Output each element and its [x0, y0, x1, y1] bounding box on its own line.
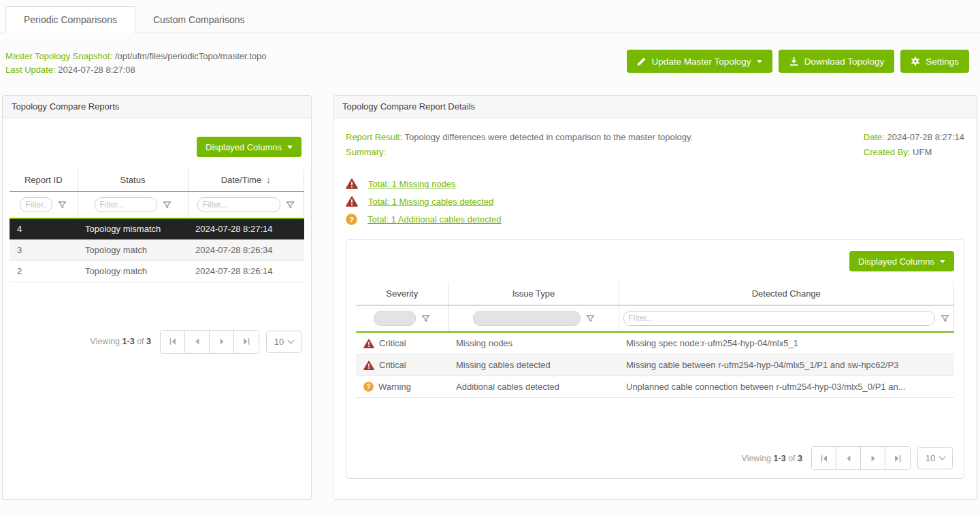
- severity-value: Critical: [379, 360, 406, 370]
- displayed-columns-label: Displayed Columns: [206, 142, 282, 152]
- next-page-button[interactable]: [210, 331, 234, 353]
- first-page-icon: [820, 454, 828, 463]
- detected-change-value: Unplanned cable connection between r-ufm…: [619, 376, 954, 398]
- update-master-topology-label: Update Master Topology: [652, 56, 751, 67]
- details-displayed-columns-button[interactable]: Displayed Columns: [849, 251, 954, 271]
- reports-pagination: Viewing 1-3 of 3 10: [10, 330, 304, 354]
- filter-funnel-icon[interactable]: [421, 314, 430, 323]
- report-status-cell: Topology mismatch: [78, 218, 188, 239]
- filter-funnel-icon[interactable]: [586, 314, 595, 323]
- download-topology-label: Download Topology: [804, 56, 885, 67]
- report-date-cell: 2024-07-28 8:27:14: [188, 218, 304, 239]
- details-pagination: Viewing 1-3 of 3 10: [356, 446, 954, 470]
- issue-type-value: Missing cables detected: [448, 354, 619, 376]
- top-bar: Master Topology Snapshot: /opt/ufm/files…: [0, 33, 980, 77]
- column-header-detected-change[interactable]: Detected Change: [619, 282, 954, 305]
- filter-funnel-icon[interactable]: [163, 201, 172, 210]
- summary-link[interactable]: Total: 1 Missing nodes: [368, 179, 456, 189]
- main-content: Topology Compare Reports Displayed Colum…: [2, 95, 977, 500]
- summary-link[interactable]: Total: 1 Additional cables detected: [368, 214, 502, 224]
- last-page-button[interactable]: [885, 447, 910, 469]
- summary-item-missing-cables: Total: 1 Missing cables detected: [346, 196, 964, 207]
- chevron-down-icon: [939, 454, 946, 461]
- tab-bar: Periodic Comparisons Custom Comparisons: [0, 7, 980, 33]
- svg-text:?: ?: [349, 216, 354, 224]
- created-by-label: Created By:: [864, 147, 911, 157]
- issue-type-value: Additional cables detected: [448, 376, 619, 398]
- report-id-cell: 2: [10, 261, 78, 282]
- chevron-down-icon: [940, 260, 945, 263]
- critical-warning-icon: [346, 196, 358, 207]
- master-topology-info: Master Topology Snapshot: /opt/ufm/files…: [5, 50, 267, 77]
- date-value: 2024-07-28 8:27:14: [887, 132, 964, 142]
- tab-label: Periodic Comparisons: [24, 14, 117, 25]
- svg-text:?: ?: [366, 383, 370, 390]
- master-topology-path: /opt/ufm/files/periodicTopo/master.topo: [115, 51, 267, 61]
- page-size-select[interactable]: 10: [917, 447, 953, 469]
- column-header-issue-type[interactable]: Issue Type: [448, 282, 619, 305]
- column-header-severity[interactable]: Severity: [356, 282, 448, 305]
- column-header-status[interactable]: Status: [78, 169, 188, 192]
- report-row-3[interactable]: 3 Topology match 2024-07-28 8:26:34: [10, 239, 304, 261]
- first-page-button[interactable]: [812, 447, 836, 469]
- download-icon: [789, 56, 799, 67]
- reports-table-header: Report ID Status Date/Time ↓: [10, 169, 304, 192]
- sort-desc-icon: ↓: [266, 175, 271, 185]
- gear-icon: [911, 56, 920, 66]
- displayed-columns-label: Displayed Columns: [858, 256, 934, 267]
- column-header-date-time[interactable]: Date/Time ↓: [188, 169, 304, 192]
- issue-type-filter-input: [473, 311, 581, 326]
- next-page-icon: [218, 337, 226, 346]
- filter-funnel-icon[interactable]: [58, 201, 67, 210]
- critical-warning-icon: [346, 178, 358, 189]
- filter-funnel-icon[interactable]: [286, 201, 295, 210]
- report-status-cell: Topology match: [78, 239, 188, 261]
- date-filter-input[interactable]: [197, 197, 280, 212]
- issue-row-additional-cables[interactable]: ? Warning Additional cables detected Unp…: [356, 376, 954, 398]
- update-master-topology-button[interactable]: Update Master Topology: [627, 50, 772, 73]
- critical-warning-icon: [363, 339, 374, 348]
- severity-filter-input: [374, 311, 416, 326]
- details-table-header: Severity Issue Type Detected Change: [356, 282, 954, 305]
- next-page-button[interactable]: [861, 447, 885, 469]
- settings-button[interactable]: Settings: [900, 50, 969, 73]
- summary-link[interactable]: Total: 1 Missing cables detected: [368, 197, 493, 207]
- tab-periodic-comparisons[interactable]: Periodic Comparisons: [5, 6, 135, 33]
- prev-page-button[interactable]: [185, 331, 210, 353]
- chevron-down-icon: [288, 337, 295, 344]
- last-update-value: 2024-07-28 8:27:08: [58, 65, 135, 75]
- pencil-icon: [637, 56, 647, 66]
- reports-displayed-columns-button[interactable]: Displayed Columns: [197, 137, 301, 157]
- first-page-button[interactable]: [161, 331, 185, 353]
- last-page-icon: [242, 337, 250, 346]
- last-update-label: Last Update:: [5, 65, 56, 75]
- reports-table: Report ID Status Date/Time ↓: [10, 169, 304, 282]
- master-topology-label: Master Topology Snapshot:: [5, 51, 112, 61]
- report-row-2[interactable]: 2 Topology match 2024-07-28 8:26:14: [10, 261, 304, 282]
- tab-custom-comparisons[interactable]: Custom Comparisons: [135, 7, 263, 33]
- column-header-report-id[interactable]: Report ID: [10, 169, 78, 192]
- created-by-value: UFM: [913, 147, 932, 157]
- critical-warning-icon: [363, 361, 374, 370]
- report-row-4[interactable]: 4 Topology mismatch 2024-07-28 8:27:14: [10, 218, 304, 239]
- report-id-filter-input[interactable]: [20, 197, 52, 212]
- topology-actions: Update Master Topology Download Topology…: [627, 50, 969, 73]
- filter-funnel-icon[interactable]: [941, 314, 949, 323]
- report-date-cell: 2024-07-28 8:26:34: [188, 239, 304, 261]
- download-topology-button[interactable]: Download Topology: [779, 50, 895, 73]
- summary-label: Summary:: [346, 147, 386, 157]
- last-page-button[interactable]: [234, 331, 259, 353]
- page-size-select[interactable]: 10: [266, 331, 301, 353]
- topology-compare-report-details-panel: Topology Compare Report Details Report R…: [333, 95, 977, 500]
- reports-panel-title: Topology Compare Reports: [3, 96, 311, 118]
- tab-label: Custom Comparisons: [153, 14, 245, 25]
- prev-page-icon: [845, 454, 853, 463]
- details-panel-title: Topology Compare Report Details: [333, 96, 977, 118]
- prev-page-button[interactable]: [836, 447, 861, 469]
- topology-compare-reports-panel: Topology Compare Reports Displayed Colum…: [2, 95, 312, 500]
- issue-row-missing-cables[interactable]: Critical Missing cables detected Missing…: [356, 354, 954, 376]
- last-page-icon: [894, 454, 902, 463]
- issue-row-missing-nodes[interactable]: Critical Missing nodes Missing spec node…: [356, 332, 954, 354]
- detected-change-filter-input[interactable]: [623, 311, 936, 326]
- status-filter-input[interactable]: [95, 197, 157, 212]
